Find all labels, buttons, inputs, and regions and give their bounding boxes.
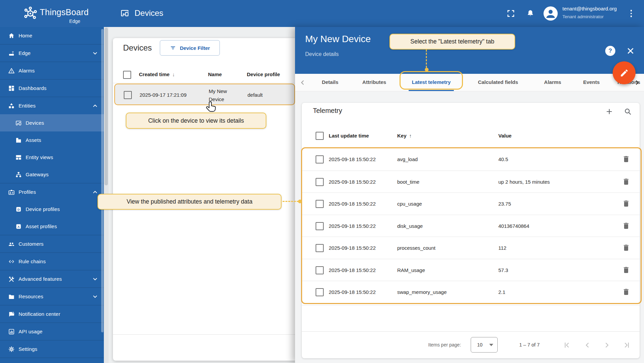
sidebar-item-dashboards[interactable]: Dashboards [0,79,104,97]
telemetry-value: 2.1 [498,289,505,295]
sidebar-item-label: Home [19,33,32,38]
delete-trash-icon[interactable] [622,244,630,252]
select-all-checkbox[interactable] [316,132,324,140]
telemetry-row-cpu-usage[interactable]: 2025-09-18 15:50:22cpu_usage23.75 [302,192,640,215]
column-device-profile[interactable]: Device profile [247,71,280,77]
tabs-scroll-left-icon[interactable] [299,79,306,86]
fullscreen-icon[interactable] [504,7,518,20]
sidebar-item-assets[interactable]: Assets [0,131,104,149]
sidebar-item-settings[interactable]: Settings [0,340,104,358]
telemetry-last-update-time: 2025-09-18 15:50:22 [329,201,376,207]
chevron-down-icon [489,344,493,346]
sidebar-item-label: Profiles [19,189,36,195]
delete-trash-icon[interactable] [622,178,630,186]
thingsboard-logo-icon[interactable] [23,6,38,21]
telemetry-row-disk-usage[interactable]: 2025-09-18 15:50:22disk_usage40136740864 [302,215,640,237]
sidebar-item-advanced-features[interactable]: Advanced features [0,270,104,288]
column-created-time[interactable]: Created time↓ [139,71,175,77]
last-page-icon[interactable] [622,341,631,350]
sidebar-item-device-profiles[interactable]: DDevice profiles [0,201,104,218]
close-icon[interactable] [626,47,635,55]
telemetry-row-boot-time[interactable]: 2025-09-18 15:50:22boot_timeup 2 hours, … [302,171,640,193]
sidebar-item-profiles[interactable]: Profiles [0,183,104,201]
sidebar-item-security[interactable]: Security [0,358,104,363]
column-last-update-time[interactable]: Last update time [329,133,369,139]
more-menu-kebab-icon[interactable] [627,7,635,20]
column-key[interactable]: Key↑ [397,133,412,139]
row-checkbox[interactable] [124,91,132,99]
tab-latest-telemetry[interactable]: Latest telemetry [412,79,450,85]
page-size-select[interactable]: 10 [471,337,498,353]
sidebar-item-api-usage[interactable]: API usage [0,323,104,340]
column-value[interactable]: Value [498,133,511,139]
telemetry-value: 57.3 [498,267,508,273]
sidebar-item-asset-profiles[interactable]: AAsset profiles [0,218,104,235]
user-email: tenant@thingsboard.org [562,6,617,11]
telemetry-row-ram-usage[interactable]: 2025-09-18 15:50:22RAM_usage57.3 [302,259,640,281]
asset-profile-icon: A [15,223,22,230]
device-filter-button[interactable]: Device Filter [160,40,220,56]
tab-calculated-fields[interactable]: Calculated fields [478,79,518,85]
edit-device-fab[interactable] [613,61,636,84]
sidebar-item-gateways[interactable]: Gateways [0,166,104,183]
telemetry-row-avg-load[interactable]: 2025-09-18 15:50:22avg_load40.5 [302,148,640,170]
sidebar-item-label: Customers [19,241,43,247]
first-page-icon[interactable] [562,341,571,350]
sidebar-item-entities[interactable]: Entities [0,97,104,114]
content-scrollbar-thumb[interactable] [105,28,108,185]
next-page-icon[interactable] [603,341,611,350]
telemetry-card: Telemetry Last update time Key↑ Value 20… [302,103,640,358]
telemetry-value: 23.75 [498,201,511,207]
delete-trash-icon[interactable] [622,266,630,274]
telemetry-key: RAM_usage [397,267,425,273]
tab-details[interactable]: Details [322,79,338,85]
sort-asc-icon: ↑ [409,133,412,139]
rule-chain-icon [8,258,15,265]
chevron-down-icon [92,276,98,282]
sidebar-item-devices[interactable]: Devices [0,114,104,131]
search-icon[interactable] [622,105,634,118]
sidebar-item-customers[interactable]: Customers [0,235,104,252]
delete-trash-icon[interactable] [622,200,630,208]
row-checkbox[interactable] [316,222,324,230]
tab-attributes[interactable]: Attributes [362,79,386,85]
sidebar-item-entity-views[interactable]: Entity views [0,149,104,166]
tab-alarms[interactable]: Alarms [544,79,561,85]
sidebar-item-alarms[interactable]: Alarms [0,62,104,79]
sidebar-item-resources[interactable]: Resources [0,288,104,305]
tabs-scroll-right-icon[interactable] [633,79,641,86]
row-checkbox[interactable] [316,288,324,296]
row-checkbox[interactable] [316,266,324,274]
add-telemetry-icon[interactable] [603,105,615,118]
telemetry-title: Telemetry [313,107,342,115]
people-icon [8,241,15,247]
telemetry-last-update-time: 2025-09-18 15:50:22 [329,289,376,295]
sidebar-item-home[interactable]: Home [0,27,104,44]
delete-trash-icon[interactable] [622,155,630,163]
telemetry-row-swap-memory-usage[interactable]: 2025-09-18 15:50:22swap_memory_usage2.1 [302,281,640,303]
sidebar-item-label: Entity views [26,154,53,160]
sidebar-item-notification-center[interactable]: Notification center [0,305,104,323]
row-checkbox[interactable] [316,200,324,208]
row-checkbox[interactable] [316,244,324,252]
help-icon[interactable]: ? [605,46,615,56]
sidebar-scrollbar[interactable] [101,29,104,332]
select-all-checkbox[interactable] [123,71,131,79]
column-name[interactable]: Name [208,71,222,77]
entity-views-icon [15,154,22,161]
notifications-bell-icon[interactable] [524,7,537,20]
delete-trash-icon[interactable] [622,288,630,296]
tab-events[interactable]: Events [583,79,599,85]
sidebar-item-rule-chains[interactable]: Rule chains [0,252,104,270]
row-checkbox[interactable] [316,155,324,163]
delete-trash-icon[interactable] [622,222,630,230]
previous-page-icon[interactable] [583,341,592,350]
folder-icon [8,293,15,300]
chevron-up-icon [92,102,98,109]
row-checkbox[interactable] [316,178,324,186]
sidebar-item-edge[interactable]: Edge [0,44,104,62]
telemetry-row-processes-count[interactable]: 2025-09-18 15:50:22processes_count112 [302,237,640,259]
chevron-down-icon [92,50,98,57]
telemetry-key: cpu_usage [397,201,422,207]
user-avatar[interactable] [544,6,558,21]
